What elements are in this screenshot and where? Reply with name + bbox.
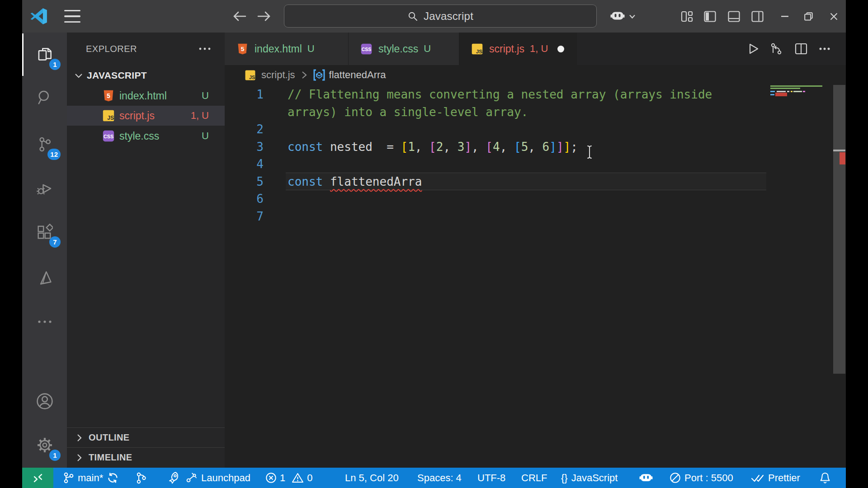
code-editor[interactable]: 1// Flattening means converting a nested… xyxy=(225,86,770,357)
copilot-menu[interactable] xyxy=(610,8,640,24)
copilot-status[interactable] xyxy=(639,468,653,488)
forward-arrow-icon[interactable] xyxy=(256,9,272,23)
minimap[interactable] xyxy=(777,91,786,92)
timeline-section[interactable]: TIMELINE xyxy=(67,447,225,467)
toggle-primary-sidebar-icon[interactable] xyxy=(703,10,717,23)
close-button[interactable] xyxy=(823,0,844,33)
overview-ruler-cursor-mark xyxy=(833,150,845,151)
remote-indicator[interactable] xyxy=(22,468,53,488)
file-row-index-html[interactable]: 5 index.html U xyxy=(67,86,225,106)
minimap[interactable] xyxy=(793,91,802,92)
minimap[interactable] xyxy=(791,91,793,92)
code-line[interactable]: 5const flattenedArra xyxy=(225,173,770,191)
file-name: script.js xyxy=(119,110,155,122)
explorer-sidebar: EXPLORER JAVASCRIPT 5 index.html U JS xyxy=(67,33,225,468)
git-graph-status[interactable] xyxy=(135,468,147,488)
editor-scrollbar[interactable] xyxy=(833,85,845,374)
views-and-more-actions-icon[interactable] xyxy=(198,47,211,51)
code-line[interactable]: 2 xyxy=(225,121,770,138)
toggle-secondary-sidebar-icon[interactable] xyxy=(751,10,764,23)
search-icon xyxy=(407,11,418,22)
eol-status[interactable]: CRLF xyxy=(521,468,547,488)
customize-layout-icon[interactable] xyxy=(680,10,693,23)
run-button[interactable] xyxy=(746,42,760,56)
svg-text:JS: JS xyxy=(476,48,483,54)
minimap[interactable] xyxy=(770,94,774,95)
language-mode: JavaScript xyxy=(571,472,618,484)
copilot-icon xyxy=(610,9,625,23)
code-line[interactable]: 4 xyxy=(225,155,770,173)
menu-icon[interactable] xyxy=(64,10,80,23)
account-button[interactable] xyxy=(22,380,67,423)
launchpad-status[interactable]: Launchpad xyxy=(168,468,250,488)
encoding-status[interactable]: UTF-8 xyxy=(477,468,505,488)
brackets-icon: {} xyxy=(561,472,568,484)
circle-slash-icon xyxy=(670,472,681,483)
modified-dot-icon[interactable] xyxy=(557,46,564,52)
chevron-right-icon xyxy=(301,70,308,80)
file-row-script-js[interactable]: JS script.js 1, U xyxy=(67,106,225,126)
cursor-position-status[interactable]: Ln 5, Col 20 xyxy=(345,468,399,488)
folder-section-javascript[interactable]: JAVASCRIPT xyxy=(67,65,225,86)
launchpad-label: Launchpad xyxy=(201,472,250,484)
file-row-style-css[interactable]: CSS style.css U xyxy=(67,126,225,146)
ellipsis-icon xyxy=(37,319,52,324)
breadcrumb-file[interactable]: script.js xyxy=(261,69,295,81)
extensions-badge: 7 xyxy=(49,236,61,248)
tab-script-js[interactable]: JS script.js 1, U xyxy=(459,33,577,65)
breadcrumb: JS script.js flattenedArra xyxy=(225,65,846,85)
code-line[interactable]: 7 xyxy=(225,208,770,225)
activity-search[interactable] xyxy=(22,75,67,119)
activity-explorer[interactable]: 1 xyxy=(22,33,67,76)
css-file-icon: CSS xyxy=(360,42,373,56)
outline-section[interactable]: OUTLINE xyxy=(67,427,225,447)
prettier-status[interactable]: Prettier xyxy=(751,468,800,488)
cursor-position: Ln 5, Col 20 xyxy=(345,472,399,484)
minimap[interactable] xyxy=(803,91,805,92)
activity-extensions[interactable]: 7 xyxy=(22,210,67,253)
minimap[interactable] xyxy=(770,91,775,92)
language-mode-status[interactable]: {} JavaScript xyxy=(561,468,618,488)
html-file-icon: 5 xyxy=(236,42,249,56)
toggle-panel-icon[interactable] xyxy=(727,10,741,23)
remote-icon xyxy=(32,472,44,484)
breadcrumb-symbol[interactable]: flattenedArra xyxy=(329,69,386,81)
minimap[interactable] xyxy=(770,85,822,87)
source-control-badge: 12 xyxy=(47,149,61,160)
sidebar-title: EXPLORER xyxy=(86,44,137,54)
activity-extension-pyramid[interactable] xyxy=(22,256,67,300)
indentation-status[interactable]: Spaces: 4 xyxy=(417,468,462,488)
code-line[interactable]: arrays) into a single-level array. xyxy=(225,103,770,121)
back-arrow-icon[interactable] xyxy=(232,9,247,23)
html-file-icon: 5 xyxy=(102,89,115,103)
tab-index-html[interactable]: 5 index.html U xyxy=(225,33,349,65)
more-actions-icon[interactable] xyxy=(818,42,831,56)
live-server-status[interactable]: Port : 5500 xyxy=(670,468,733,488)
tab-git-badge: U xyxy=(424,43,431,55)
activity-run-debug[interactable] xyxy=(22,166,67,210)
satellite-icon xyxy=(185,472,198,484)
folder-name: JAVASCRIPT xyxy=(87,70,147,81)
branch-status[interactable]: main* xyxy=(63,468,119,488)
code-line[interactable]: 1// Flattening means converting a nested… xyxy=(225,86,770,103)
notifications-status[interactable] xyxy=(819,468,831,488)
maximize-restore-button[interactable] xyxy=(798,0,819,33)
activity-source-control[interactable]: 12 xyxy=(22,122,67,166)
svg-text:5: 5 xyxy=(241,46,245,52)
minimap[interactable] xyxy=(787,91,789,92)
minimap[interactable] xyxy=(770,88,800,89)
tab-style-css[interactable]: CSS style.css U xyxy=(349,33,459,65)
activity-more[interactable] xyxy=(22,300,67,343)
command-center-search[interactable]: Javascript xyxy=(284,5,597,28)
sidebar-header: EXPLORER xyxy=(67,33,225,65)
minimap-error-highlight[interactable] xyxy=(775,93,787,96)
code-line[interactable]: 3const nested = [1, [2, 3], [4, [5, 6]]]… xyxy=(225,138,770,156)
settings-button[interactable]: 1 xyxy=(22,423,67,467)
minimize-button[interactable] xyxy=(774,0,795,33)
warning-icon xyxy=(292,472,304,483)
code-line[interactable]: 6 xyxy=(225,190,770,208)
problems-status[interactable]: 1 0 xyxy=(265,468,313,488)
split-editor-icon[interactable] xyxy=(794,42,808,56)
git-branch-icon xyxy=(63,472,74,484)
open-changes-icon[interactable] xyxy=(769,42,783,56)
